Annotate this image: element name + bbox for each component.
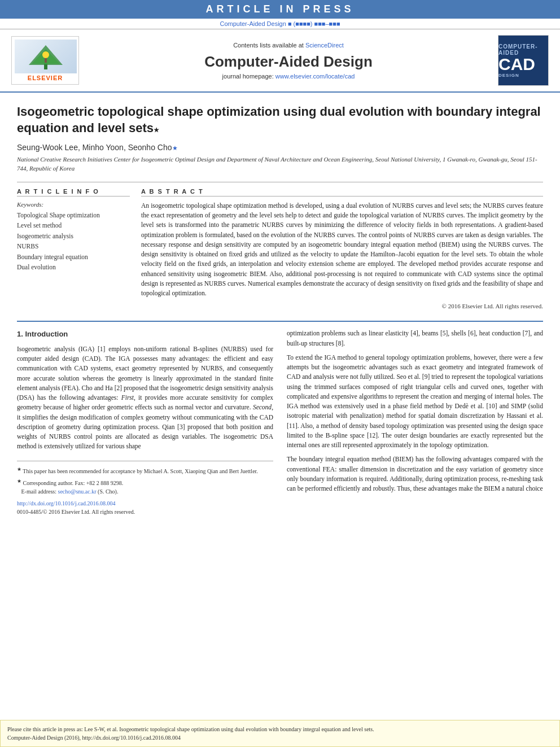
svg-point-3 xyxy=(42,51,49,58)
keyword-6: Dual evolution xyxy=(17,262,130,272)
journal-header: ELSEVIER Contents lists available at Sci… xyxy=(0,29,560,93)
elsevier-logo: ELSEVIER xyxy=(11,36,79,85)
body-divider xyxy=(17,321,543,322)
email-link[interactable]: secho@snu.ac.kr xyxy=(58,488,96,495)
corresponding-star: ★ xyxy=(172,145,178,151)
body-two-col: 1. Introduction Isogeometric analysis (I… xyxy=(17,329,543,516)
doi-link[interactable]: http://dx.doi.org/10.1016/j.cad.2016.08.… xyxy=(17,500,116,506)
issn-line: 0010-4485/© 2016 Elsevier Ltd. All right… xyxy=(17,508,273,516)
intro-section-title: 1. Introduction xyxy=(17,329,273,340)
intro-para-1: Isogeometric analysis (IGA) [1] employs … xyxy=(17,344,273,452)
sciencedirect-link[interactable]: ScienceDirect xyxy=(305,42,344,49)
right-para-1: optimization problems such as linear ela… xyxy=(287,329,543,348)
doi-line: http://dx.doi.org/10.1016/j.cad.2016.08.… xyxy=(17,499,273,508)
citation-bar: Please cite this article in press as: Le… xyxy=(0,720,560,747)
elsevier-label: ELSEVIER xyxy=(15,75,76,81)
title-star: ★ xyxy=(154,126,159,133)
article-info-header: A R T I C L E I N F O xyxy=(17,188,130,196)
keywords-label: Keywords: xyxy=(17,201,130,208)
homepage-line: journal homepage: www.elsevier.com/locat… xyxy=(90,73,487,80)
journal-info-bar: Computer-Aided Design ■ (■■■■) ■■■–■■■ xyxy=(0,19,560,29)
keyword-3: Isogeometric analysis xyxy=(17,231,130,241)
contents-line: Contents lists available at ScienceDirec… xyxy=(90,42,487,49)
right-para-3: The boundary integral equation method (B… xyxy=(287,455,543,493)
homepage-link[interactable]: www.elsevier.com/locate/cad xyxy=(275,73,355,80)
right-para-2: To extend the IGA method to general topo… xyxy=(287,353,543,451)
abstract-header: A B S T R A C T xyxy=(141,188,543,196)
journal-title: Computer-Aided Design xyxy=(90,53,487,71)
main-content: Isogeometric topological shape optimizat… xyxy=(0,93,560,527)
abstract-column: A B S T R A C T An isogeometric topologi… xyxy=(141,188,543,310)
keyword-2: Level set method xyxy=(17,220,130,230)
footnote-corresponding: ★ Corresponding author. Fax: +82 2 888 9… xyxy=(17,478,273,487)
divider xyxy=(17,182,543,182)
journal-header-center: Contents lists available at ScienceDirec… xyxy=(79,42,498,80)
keyword-1: Topological Shape optimization xyxy=(17,210,130,220)
affiliation: National Creative Research Initiatives C… xyxy=(17,155,543,173)
abstract-text: An isogeometric topological shape optimi… xyxy=(141,201,543,299)
svg-rect-4 xyxy=(45,58,47,63)
article-in-press-banner: ARTICLE IN PRESS xyxy=(0,0,560,19)
article-info-column: A R T I C L E I N F O Keywords: Topologi… xyxy=(17,188,130,310)
keyword-4: NURBS xyxy=(17,241,130,251)
keywords-list: Topological Shape optimization Level set… xyxy=(17,210,130,272)
paper-title: Isogeometric topological shape optimizat… xyxy=(17,104,543,136)
article-info-abstract-section: A R T I C L E I N F O Keywords: Topologi… xyxy=(17,188,543,310)
footnote-star: ★ This paper has been recommended for ac… xyxy=(17,466,273,475)
footnote-email: E-mail address: secho@snu.ac.kr (S. Cho)… xyxy=(17,487,273,496)
footnotes: ★ This paper has been recommended for ac… xyxy=(17,461,273,517)
keyword-5: Boundary integral equation xyxy=(17,252,130,262)
cad-logo: COMPUTER-AIDED CAD DESIGN xyxy=(498,35,549,86)
body-right-col: optimization problems such as linear ela… xyxy=(287,329,543,516)
copyright-line: © 2016 Elsevier Ltd. All rights reserved… xyxy=(141,303,543,309)
authors-line: Seung-Wook Lee, Minho Yoon, Seonho Cho★ xyxy=(17,143,543,152)
body-left-col: 1. Introduction Isogeometric analysis (I… xyxy=(17,329,273,516)
